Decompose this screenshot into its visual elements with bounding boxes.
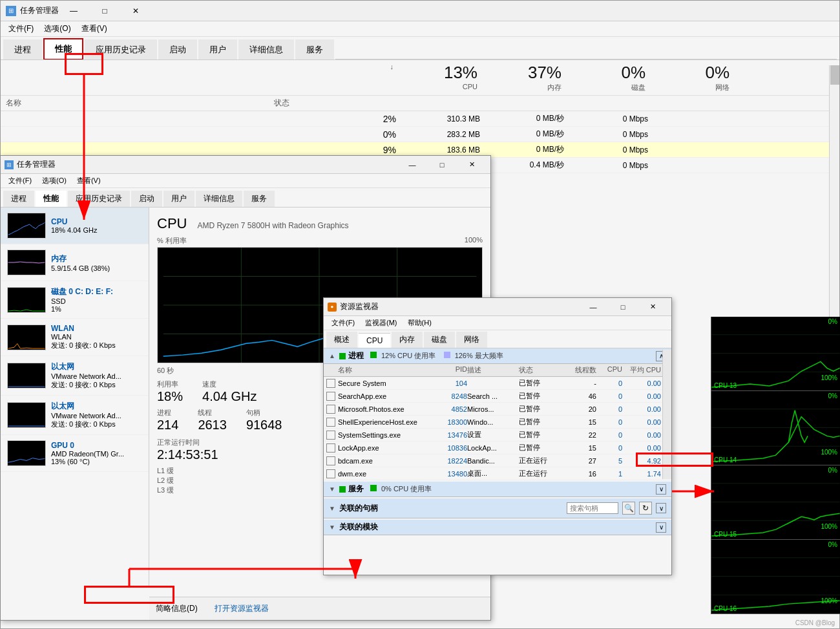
menu-file[interactable]: 文件(F) (3, 22, 39, 36)
handle-search-button[interactable]: 🔍 (622, 502, 635, 515)
minimize-button[interactable]: — (59, 1, 89, 21)
menu-options[interactable]: 选项(O) (39, 22, 76, 36)
inner-menu-options[interactable]: 选项(O) (37, 175, 72, 187)
handle-section-header[interactable]: ▼ 关联的句柄 🔍 ↻ ∨ (324, 498, 671, 518)
handle-collapse-btn[interactable]: ∨ (656, 503, 666, 513)
rm-tab-network[interactable]: 网络 (456, 332, 487, 348)
summary-info-label[interactable]: 简略信息(D) (156, 603, 198, 614)
inner-tab-services[interactable]: 服务 (244, 191, 275, 207)
rm-process-row[interactable]: bdcam.exe 18224 Bandic... 正在运行 27 5 4.92 (324, 454, 671, 467)
rm-menu-monitor[interactable]: 监视器(M) (360, 317, 403, 329)
header-net: 0% 网络 (653, 63, 737, 92)
rm-process-list: Secure System 104 已暂停 - 0 0.00 SearchApp… (324, 377, 671, 480)
rm-tab-cpu[interactable]: CPU (359, 333, 390, 348)
rm-process-row[interactable]: Secure System 104 已暂停 - 0 0.00 (324, 377, 671, 390)
inner-maximize[interactable]: □ (427, 156, 457, 173)
rm-process-row[interactable]: dwm.exe 13480 桌面... 正在运行 16 1 1.74 (324, 467, 671, 480)
main-title: 任务管理器 (20, 5, 59, 16)
inner-tab-app-history[interactable]: 应用历史记录 (68, 191, 130, 207)
table-row[interactable]: 0% 283.2 MB 0 MB/秒 0 Mbps (1, 127, 839, 142)
rm-process-row[interactable]: LockApp.exe 10836 LockAp... 已暂停 15 0 0.0… (324, 442, 671, 454)
process-checkbox[interactable] (326, 405, 335, 414)
cpu-panel-13: 0% CPU 13 100% (711, 317, 840, 391)
sidebar-item-cpu[interactable]: CPU 18% 4.04 GHz (1, 208, 149, 244)
cpu-sidebar-info: CPU 18% 4.04 GHz (51, 217, 98, 234)
handle-search-input[interactable] (567, 502, 618, 514)
inner-tab-startup[interactable]: 启动 (131, 191, 162, 207)
header-disk: 0% 磁盘 (569, 63, 653, 92)
eth1-sidebar-info: 以太网 VMware Network Ad...发送: 0 接收: 0 Kbps (51, 361, 121, 390)
rm-process-row[interactable]: ShellExperienceHost.exe 18300 Windo... 已… (324, 416, 671, 429)
rm-menu-file[interactable]: 文件(F) (326, 317, 360, 329)
menu-view[interactable]: 查看(V) (76, 22, 112, 36)
inner-tab-performance[interactable]: 性能 (36, 191, 67, 207)
tab-details[interactable]: 详细信息 (238, 39, 294, 59)
col-header-disk (485, 98, 569, 109)
rm-process-row[interactable]: SearchApp.exe 8248 Search ... 已暂停 46 0 0… (324, 390, 671, 403)
open-resmon-highlight (84, 586, 174, 604)
rm-maximize[interactable]: □ (608, 299, 638, 315)
mem-sidebar-title: 内存 (51, 253, 110, 264)
cpu-status-dot (339, 353, 346, 359)
stat-handles: 句柄 91648 (246, 408, 282, 432)
process-checkbox[interactable] (326, 379, 335, 388)
col-header-status: 状态 (246, 98, 317, 109)
inner-tab-users[interactable]: 用户 (163, 191, 194, 207)
inner-minimize[interactable]: — (397, 156, 427, 173)
rm-tab-memory[interactable]: 内存 (392, 332, 423, 348)
sidebar-item-eth1[interactable]: 以太网 VMware Network Ad...发送: 0 接收: 0 Kbps (1, 356, 149, 396)
gpu-sidebar-info: GPU 0 AMD Radeon(TM) Gr...13% (60 °C) (51, 441, 124, 465)
rm-title-bar: ● 资源监视器 — □ ✕ (324, 298, 671, 316)
inner-tabs-bar: 进程 性能 应用历史记录 启动 用户 详细信息 服务 (1, 188, 490, 208)
rm-minimize[interactable]: — (578, 299, 608, 315)
open-resmon-button[interactable]: 打开资源监视器 (211, 602, 273, 615)
inner-close[interactable]: ✕ (457, 156, 487, 173)
process-checkbox[interactable] (326, 456, 335, 465)
expand-icon: ▲ (329, 352, 335, 359)
rm-menu-help[interactable]: 帮助(H) (403, 317, 437, 329)
rm-tab-disk[interactable]: 磁盘 (424, 332, 455, 348)
rm-process-row[interactable]: Microsoft.Photos.exe 4852 Micros... 已暂停 … (324, 403, 671, 416)
sidebar-item-wlan[interactable]: WLAN WLAN发送: 0 接收: 0 Kbps (1, 319, 149, 356)
tab-startup[interactable]: 启动 (158, 39, 197, 59)
stat-speed: 速度 4.04 GHz (202, 379, 257, 404)
service-collapse-btn[interactable]: ∨ (656, 484, 666, 495)
handle-refresh-button[interactable]: ↻ (639, 502, 652, 515)
inner-menu-view[interactable]: 查看(V) (72, 175, 106, 187)
process-checkbox[interactable] (326, 443, 335, 453)
process-section-header[interactable]: ▲ 进程 12% CPU 使用率 126% 最大频率 ∧ (324, 348, 671, 364)
process-checkbox[interactable] (326, 418, 335, 427)
rm-tab-overview[interactable]: 概述 (326, 332, 357, 348)
inner-tab-details[interactable]: 详细信息 (196, 191, 242, 207)
inner-menu-file[interactable]: 文件(F) (3, 175, 37, 187)
col-header-cpu (317, 98, 401, 109)
rm-process-row[interactable]: SystemSettings.exe 13476 设置 已暂停 22 0 0.0… (324, 429, 671, 442)
disk-mini-chart (7, 287, 46, 313)
sidebar-item-eth2[interactable]: 以太网 VMware Network Ad...发送: 0 接收: 0 Kbps (1, 396, 149, 435)
close-button[interactable]: ✕ (121, 1, 151, 21)
table-row[interactable]: 2% 310.3 MB 0 MB/秒 0 Mbps (1, 111, 839, 127)
service-expand-icon: ▼ (329, 485, 335, 493)
tab-users[interactable]: 用户 (198, 39, 237, 59)
cpu-panel-15: 0% CPU 15 100% (711, 465, 840, 540)
module-collapse-btn[interactable]: ∨ (656, 522, 666, 533)
sidebar-item-gpu[interactable]: GPU 0 AMD Radeon(TM) Gr...13% (60 °C) (1, 435, 149, 472)
wlan-sidebar-title: WLAN (51, 324, 116, 333)
rm-close[interactable]: ✕ (638, 299, 667, 315)
tab-services[interactable]: 服务 (295, 39, 334, 59)
utilization-label: % 利用率 100% (157, 236, 483, 246)
module-section-header[interactable]: ▼ 关联的模块 ∨ (324, 520, 671, 535)
sidebar-item-disk[interactable]: 磁盘 0 C: D: E: F: SSD1% (1, 281, 149, 319)
cpu-usage-dot (370, 352, 377, 358)
process-checkbox[interactable] (326, 392, 335, 401)
cpu15-highlight (636, 453, 713, 467)
sidebar-item-memory[interactable]: 内存 5.9/15.4 GB (38%) (1, 244, 149, 281)
maximize-button[interactable]: □ (90, 1, 120, 21)
process-checkbox[interactable] (326, 431, 335, 440)
tab-process[interactable]: 进程 (3, 39, 42, 59)
inner-tab-process[interactable]: 进程 (3, 191, 34, 207)
wlan-sidebar-sub: WLAN发送: 0 接收: 0 Kbps (51, 333, 116, 350)
process-checkbox[interactable] (326, 469, 335, 478)
tab-performance-highlight (65, 53, 103, 75)
service-section-header[interactable]: ▼ 服务 0% CPU 使用率 ∨ (324, 482, 671, 497)
